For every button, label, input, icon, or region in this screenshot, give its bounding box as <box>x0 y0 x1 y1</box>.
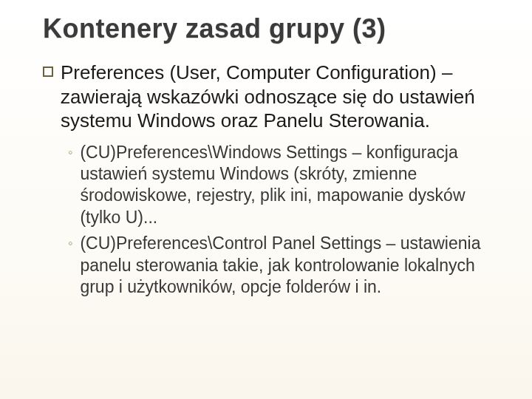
list-item-text: (CU)Preferences\Windows Settings – konfi… <box>80 142 502 229</box>
list-item: Preferences (User, Computer Configuratio… <box>43 61 502 133</box>
square-bullet-icon <box>43 66 53 77</box>
circle-bullet-icon: ◦ <box>68 236 72 252</box>
list-item-text: (CU)Preferences\Control Panel Settings –… <box>80 233 502 298</box>
slide-title: Kontenery zasad grupy (3) <box>43 13 502 44</box>
slide: Kontenery zasad grupy (3) Preferences (U… <box>0 0 532 399</box>
list-item: ◦ (CU)Preferences\Control Panel Settings… <box>68 233 502 298</box>
circle-bullet-icon: ◦ <box>68 145 72 161</box>
list-item: ◦ (CU)Preferences\Windows Settings – kon… <box>68 142 502 229</box>
sub-list: ◦ (CU)Preferences\Windows Settings – kon… <box>68 142 502 299</box>
list-item-text: Preferences (User, Computer Configuratio… <box>61 61 502 133</box>
